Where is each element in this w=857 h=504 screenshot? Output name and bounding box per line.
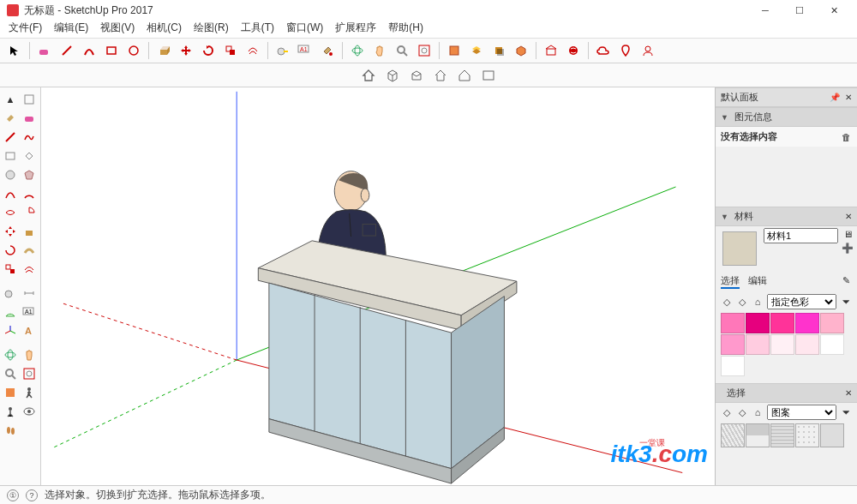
lt-section-icon[interactable] (2, 384, 19, 401)
nav-back2-icon[interactable]: ◇ (721, 406, 733, 418)
lt-freehand-icon[interactable] (21, 129, 38, 146)
lt-3parc-icon[interactable] (2, 204, 19, 221)
nav-back-icon[interactable]: ◇ (721, 296, 733, 308)
close-small-icon[interactable]: ✕ (845, 93, 852, 102)
lt-tape-icon[interactable] (2, 285, 19, 302)
orbit-tool-icon[interactable] (348, 41, 367, 60)
pattern-thumb[interactable] (770, 423, 794, 447)
cube-icon[interactable] (512, 41, 530, 60)
status-help-icon[interactable]: ? (26, 489, 38, 501)
lt-dimension-icon[interactable] (21, 285, 38, 302)
color-swatch[interactable] (770, 334, 794, 355)
color-swatch[interactable] (721, 334, 745, 355)
lt-pie-icon[interactable] (21, 204, 38, 221)
geo-icon[interactable] (616, 41, 635, 60)
eyedropper-icon[interactable]: ✎ (840, 274, 852, 286)
paint-tool-icon[interactable] (318, 41, 337, 60)
lt-rect-icon[interactable] (2, 147, 19, 165)
menu-camera[interactable]: 相机(C) (147, 21, 182, 38)
line-tool-icon[interactable] (57, 41, 76, 60)
menu-edit[interactable]: 编辑(E) (54, 21, 88, 38)
menu-window[interactable]: 窗口(W) (286, 21, 323, 38)
lt-eraser-icon[interactable] (21, 110, 38, 127)
frame-icon[interactable] (479, 66, 498, 85)
material-preset-select[interactable]: 指定色彩 (767, 294, 836, 309)
color-swatch[interactable] (820, 313, 844, 333)
panel2-close-icon[interactable]: ✕ (845, 388, 852, 398)
trash-icon[interactable]: 🗑 (840, 131, 852, 143)
lt-offset-icon[interactable] (21, 261, 38, 278)
lt-rotate-icon[interactable] (2, 242, 19, 259)
text-tool-icon[interactable]: A1 (296, 41, 315, 60)
package-view-icon[interactable] (383, 66, 402, 85)
pattern-select[interactable]: 图案 (767, 405, 836, 420)
zoom-tool-icon[interactable] (393, 41, 411, 60)
user-icon[interactable] (638, 41, 657, 60)
pin-icon[interactable]: 📌 (830, 93, 840, 102)
lt-look-icon[interactable] (21, 403, 38, 420)
tab-edit[interactable]: 编辑 (748, 274, 767, 289)
nav-fwd2-icon[interactable]: ◇ (736, 406, 748, 418)
lt-polygon-icon[interactable] (21, 166, 38, 183)
rotate-tool-icon[interactable] (199, 41, 218, 60)
lt-text-icon[interactable]: A1 (21, 303, 38, 321)
tape-tool-icon[interactable] (273, 41, 292, 60)
color-swatch[interactable] (770, 313, 794, 333)
circle-tool-icon[interactable] (124, 41, 143, 60)
viewport[interactable]: 一堂课 itk3.com (41, 87, 716, 485)
color-swatch[interactable] (795, 334, 819, 355)
color-swatch[interactable] (795, 313, 819, 333)
home2-icon[interactable]: ⌂ (752, 406, 764, 418)
minimize-button[interactable]: ─ (754, 3, 776, 18)
maximize-button[interactable]: ☐ (788, 3, 811, 18)
close-button[interactable]: ✕ (823, 3, 845, 18)
lt-orbit-icon[interactable] (2, 346, 19, 363)
menu-file[interactable]: 文件(F) (9, 21, 42, 38)
arc-tool-icon[interactable] (80, 41, 99, 60)
home-icon[interactable]: ⌂ (752, 296, 764, 308)
lt-move-icon[interactable] (2, 223, 19, 240)
lt-pushpull-icon[interactable] (21, 223, 38, 240)
tab-select[interactable]: 选择 (721, 274, 740, 289)
shadows-icon[interactable] (489, 41, 508, 60)
pattern-thumb[interactable] (721, 423, 745, 447)
default-panel-header[interactable]: 默认面板 📌✕ (716, 87, 857, 107)
lt-2parc-icon[interactable] (21, 185, 38, 202)
lt-walk-icon[interactable] (21, 384, 38, 401)
panel-close-icon[interactable]: ✕ (845, 212, 852, 221)
lt-footprint-icon[interactable] (2, 422, 19, 439)
lt-scale-icon[interactable] (2, 261, 19, 278)
move-tool-icon[interactable] (177, 41, 195, 60)
lt-zoom-icon[interactable] (2, 365, 19, 382)
open-box-icon[interactable] (407, 66, 426, 85)
color-swatch[interactable] (721, 313, 745, 333)
menu-extensions[interactable]: 扩展程序 (335, 21, 376, 38)
lt-pan-icon[interactable] (21, 346, 38, 363)
lt-3dtext-icon[interactable]: A (21, 322, 38, 339)
new-material-icon[interactable]: ➕ (842, 242, 854, 254)
warehouse-icon[interactable] (542, 41, 560, 60)
material-thumbnail[interactable] (722, 231, 757, 266)
menu-help[interactable]: 帮助(H) (388, 21, 423, 38)
materials-header[interactable]: ▼材料 ✕ (716, 207, 857, 226)
pattern-thumb[interactable] (746, 423, 770, 447)
entity-info-header[interactable]: ▼图元信息 (716, 107, 857, 127)
eraser-tool-icon[interactable] (35, 41, 54, 60)
scale-tool-icon[interactable] (221, 41, 240, 60)
status-info-icon[interactable]: ① (7, 489, 19, 501)
select-tool-icon[interactable] (5, 41, 24, 60)
lt-select-icon[interactable]: ▲ (2, 91, 19, 108)
display-icon[interactable]: 🖥 (842, 228, 854, 240)
menu-draw[interactable]: 绘图(R) (194, 21, 229, 38)
lt-circle-icon[interactable] (2, 166, 19, 183)
lt-position-camera-icon[interactable] (2, 403, 19, 420)
pattern-thumb[interactable] (795, 423, 819, 447)
pan-tool-icon[interactable] (370, 41, 389, 60)
cloud-icon[interactable] (594, 41, 613, 60)
home-view-icon[interactable] (359, 66, 378, 85)
dropdown-detail-icon[interactable]: ⏷ (840, 296, 852, 308)
lt-zoomwin-icon[interactable] (21, 365, 38, 382)
pushpull-tool-icon[interactable] (154, 41, 173, 60)
zoom-extents-icon[interactable] (415, 41, 434, 60)
layers-icon[interactable] (467, 41, 486, 60)
